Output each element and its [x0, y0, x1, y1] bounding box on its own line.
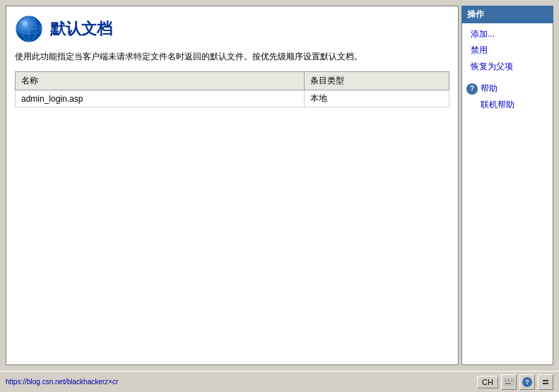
actions-header: 操作 [461, 6, 553, 23]
keyboard-icon[interactable] [501, 374, 517, 390]
page-description: 使用此功能指定当客户端未请求特定文件名时返回的默认文件。按优先级顺序设置默认文档… [15, 50, 449, 63]
svg-rect-6 [504, 379, 514, 386]
table-cell-type: 本地 [305, 90, 449, 107]
page-title: 默认文档 [50, 18, 112, 40]
action-online-help[interactable]: 联机帮助 [462, 97, 553, 113]
action-add[interactable]: 添加... [462, 26, 553, 42]
action-disable[interactable]: 禁用 [462, 42, 553, 59]
col-header-name: 名称 [16, 72, 305, 90]
action-restore[interactable]: 恢复为父项 [462, 59, 553, 75]
svg-point-5 [22, 20, 28, 26]
svg-rect-8 [508, 380, 510, 381]
taskbar: https://blog.csn.net/blackhackerz×cr CH … [0, 371, 559, 392]
help-taskbar-icon[interactable]: ? [519, 374, 535, 390]
col-header-type: 条目类型 [305, 72, 449, 90]
url-display: https://blog.csn.net/blackhackerz×cr [6, 378, 118, 386]
actions-panel: 操作 添加... 禁用 恢复为父项 ? 帮助 联机帮助 [461, 6, 553, 365]
main-window: 默认文档 使用此功能指定当客户端未请求特定文件名时返回的默认文件。按优先级顺序设… [0, 0, 559, 392]
ch-button[interactable]: CH [477, 376, 498, 388]
action-help-row: ? 帮助 [462, 81, 553, 97]
help-icon: ? [466, 83, 478, 95]
table-row[interactable]: admin_login.asp 本地 [16, 90, 449, 107]
svg-rect-9 [511, 380, 512, 381]
menu-taskbar-icon[interactable] [538, 374, 553, 390]
content-panel: 默认文档 使用此功能指定当客户端未请求特定文件名时返回的默认文件。按优先级顺序设… [6, 6, 459, 365]
svg-rect-7 [505, 380, 507, 381]
table-cell-name: admin_login.asp [16, 90, 305, 107]
document-table: 名称 条目类型 admin_login.asp 本地 [15, 71, 449, 107]
main-area: 默认文档 使用此功能指定当客户端未请求特定文件名时返回的默认文件。按优先级顺序设… [6, 6, 553, 365]
action-help[interactable]: 帮助 [481, 83, 498, 95]
page-header: 默认文档 [15, 15, 449, 43]
svg-rect-10 [505, 383, 511, 384]
action-divider [462, 75, 553, 81]
globe-icon [15, 15, 43, 43]
actions-body: 添加... 禁用 恢复为父项 ? 帮助 联机帮助 [461, 23, 553, 365]
